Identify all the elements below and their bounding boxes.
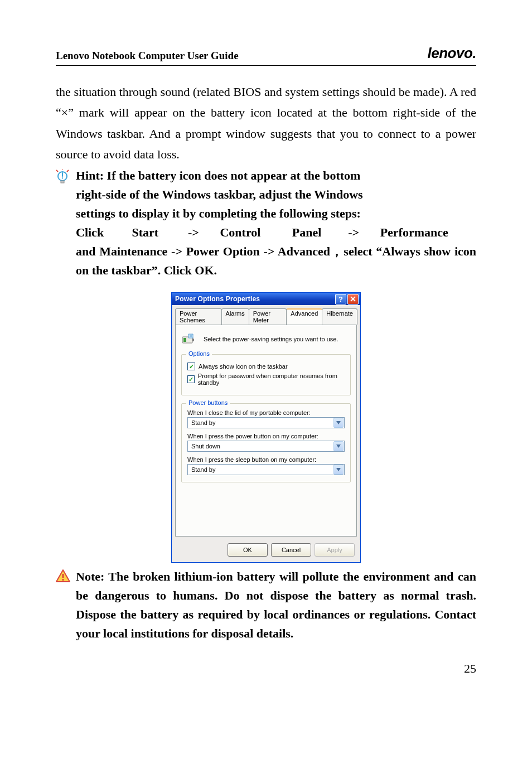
- battery-icon: [181, 331, 198, 347]
- lid-close-value: Stand by: [191, 419, 215, 426]
- chevron-down-icon: [333, 465, 344, 475]
- apply-button[interactable]: Apply: [315, 543, 355, 557]
- tab-alarms[interactable]: Alarms: [221, 308, 249, 325]
- checkbox-prompt-password[interactable]: ✓: [187, 375, 195, 383]
- dialog-title: Power Options Properties: [175, 295, 260, 303]
- checkbox-show-icon[interactable]: ✓: [187, 363, 195, 370]
- chevron-down-icon: [333, 441, 344, 451]
- hint-line1: Hint: If the battery icon does not appea…: [76, 168, 360, 182]
- checkbox-show-icon-label: Always show icon on the taskbar: [199, 363, 288, 370]
- svg-rect-4: [183, 338, 186, 342]
- hint-text: Hint: If the battery icon does not appea…: [76, 166, 476, 281]
- power-options-dialog: Power Options Properties ? Power Schemes…: [171, 292, 361, 563]
- checkbox-prompt-password-label: Prompt for password when computer resume…: [198, 373, 345, 386]
- dialog-button-row: OK Cancel Apply: [172, 540, 360, 562]
- dialog-description: Select the power-saving settings you wan…: [204, 336, 338, 342]
- body-paragraph: the situation through sound (related BIO…: [56, 81, 476, 165]
- tab-strip: Power Schemes Alarms Power Meter Advance…: [175, 308, 357, 325]
- cancel-button[interactable]: Cancel: [271, 543, 311, 557]
- doc-header-title: Lenovo Notebook Computer User Guide: [56, 50, 239, 62]
- sleep-button-value: Stand by: [191, 466, 215, 473]
- tab-body-advanced: Select the power-saving settings you wan…: [175, 325, 357, 537]
- close-button[interactable]: [347, 294, 359, 305]
- chevron-down-icon: [333, 418, 344, 428]
- power-buttons-fieldset: Power buttons When I close the lid of my…: [181, 403, 351, 482]
- help-button[interactable]: ?: [335, 294, 346, 305]
- note-text: Note: The broken lithium-ion battery wil…: [76, 567, 476, 643]
- hint-line3: settings to display it by completing the…: [76, 206, 361, 220]
- page-number: 25: [56, 661, 476, 676]
- sleep-button-select[interactable]: Stand by: [187, 464, 345, 475]
- power-buttons-legend: Power buttons: [186, 399, 230, 406]
- svg-rect-5: [62, 574, 64, 578]
- hint-line2: right-side of the Windows taskbar, adjus…: [76, 187, 363, 201]
- sleep-button-label: When I press the sleep button on my comp…: [187, 456, 345, 463]
- ok-button[interactable]: OK: [228, 543, 268, 557]
- power-button-select[interactable]: Shut down: [187, 441, 345, 452]
- svg-rect-6: [62, 579, 64, 581]
- warning-icon: [56, 567, 76, 585]
- power-button-label: When I press the power button on my comp…: [187, 433, 345, 439]
- hint-line4b: and Maintenance -> Power Option -> Advan…: [76, 244, 476, 277]
- lenovo-logo: lenovo.: [427, 45, 476, 62]
- tab-power-schemes[interactable]: Power Schemes: [175, 308, 222, 325]
- tab-advanced[interactable]: Advanced: [286, 308, 322, 325]
- svg-rect-3: [192, 339, 194, 341]
- tab-hibernate[interactable]: Hibernate: [322, 308, 357, 325]
- lid-close-label: When I close the lid of my portable comp…: [187, 409, 345, 416]
- power-button-value: Shut down: [191, 443, 220, 450]
- options-fieldset: Options ✓ Always show icon on the taskba…: [181, 354, 351, 395]
- lid-close-select[interactable]: Stand by: [187, 417, 345, 428]
- dialog-titlebar[interactable]: Power Options Properties ?: [172, 293, 360, 305]
- options-legend: Options: [186, 350, 212, 357]
- tab-power-meter[interactable]: Power Meter: [249, 308, 287, 325]
- hint-bulb-icon: [56, 166, 76, 187]
- svg-rect-1: [61, 181, 64, 183]
